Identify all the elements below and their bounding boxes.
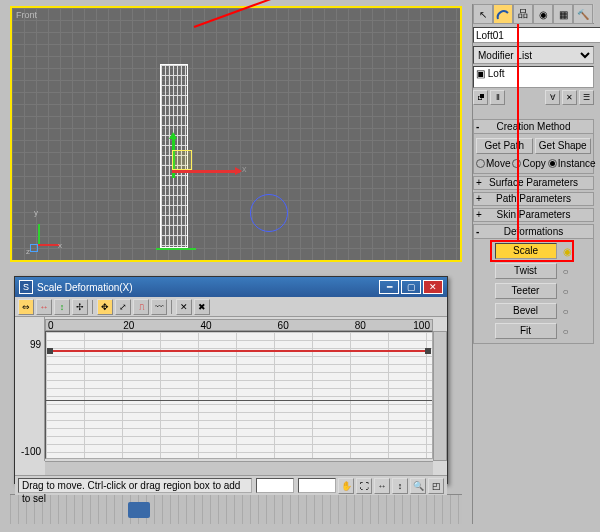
gizmo-x-label: x xyxy=(242,164,247,174)
skin-parameters-rollout[interactable]: +Skin Parameters xyxy=(473,208,594,222)
copy-radio[interactable] xyxy=(512,159,521,168)
hierarchy-tab-icon[interactable]: 品 xyxy=(513,4,533,24)
move-radio[interactable] xyxy=(476,159,485,168)
shape-circle-helper[interactable] xyxy=(250,194,288,232)
scale-window-title: Scale Deformation(X) xyxy=(37,282,133,293)
pan-graph-icon[interactable]: ✋ xyxy=(338,478,354,494)
x-axis-icon[interactable]: ↔ xyxy=(36,299,52,315)
display-tab-icon[interactable]: ▦ xyxy=(553,4,573,24)
graph-v-scrollbar[interactable] xyxy=(433,331,447,461)
path-parameters-rollout[interactable]: +Path Parameters xyxy=(473,192,594,206)
show-end-result-icon[interactable]: Ⅱ xyxy=(490,90,505,105)
gizmo-xy-plane[interactable] xyxy=(172,150,192,170)
zoom-region-icon[interactable]: ◰ xyxy=(428,478,444,494)
make-unique-icon[interactable]: ∀ xyxy=(545,90,560,105)
scale-window-icon: S xyxy=(19,280,33,294)
remove-modifier-icon[interactable]: ✕ xyxy=(562,90,577,105)
graph-x-ruler: 0 20 40 60 80 100 xyxy=(45,319,433,331)
deformations-rollout: -Deformations Scale Twist Teeter Bevel F… xyxy=(473,224,594,344)
point-x-field[interactable] xyxy=(256,478,294,493)
scale-enable-toggle[interactable] xyxy=(563,246,573,256)
point-y-field[interactable] xyxy=(298,478,336,493)
deformations-header[interactable]: -Deformations xyxy=(474,225,593,239)
xy-axis-icon[interactable]: ✢ xyxy=(72,299,88,315)
deformation-graph[interactable] xyxy=(45,331,433,459)
teeter-deform-button[interactable]: Teeter xyxy=(495,283,557,299)
viewport-label: Front xyxy=(16,10,37,20)
creation-method-header[interactable]: -Creation Method xyxy=(474,120,593,134)
command-panel-tabs: ↖ 品 ◉ ▦ 🔨 xyxy=(473,4,594,24)
surface-parameters-rollout[interactable]: +Surface Parameters xyxy=(473,176,594,190)
modifier-list-dropdown[interactable]: Modifier List xyxy=(473,46,594,64)
scale-window-titlebar[interactable]: S Scale Deformation(X) ━ ▢ ✕ xyxy=(15,277,447,297)
delete-point-icon[interactable]: ✕ xyxy=(176,299,192,315)
bevel-deform-button[interactable]: Bevel xyxy=(495,303,557,319)
maximize-button[interactable]: ▢ xyxy=(401,280,421,294)
symmetry-toggle-icon[interactable]: ⇔ xyxy=(18,299,34,315)
zoom-h-ext-icon[interactable]: ↔ xyxy=(374,478,390,494)
bevel-enable-toggle[interactable] xyxy=(563,306,573,316)
minimize-button[interactable]: ━ xyxy=(379,280,399,294)
deformation-graph-area: 0 20 40 60 80 100 99 -100 xyxy=(15,317,447,461)
status-text: Drag to move. Ctrl-click or drag region … xyxy=(18,478,252,493)
scale-deform-button[interactable]: Scale xyxy=(495,243,557,259)
teeter-enable-toggle[interactable] xyxy=(563,286,573,296)
motion-tab-icon[interactable]: ◉ xyxy=(533,4,553,24)
front-viewport[interactable]: Front x y x z xyxy=(10,6,462,262)
stack-item-loft[interactable]: ▣ Loft xyxy=(476,68,591,79)
create-tab-icon[interactable]: ↖ xyxy=(473,4,493,24)
y-axis-icon[interactable]: ↕ xyxy=(54,299,70,315)
pin-stack-icon[interactable]: ⮻ xyxy=(473,90,488,105)
get-shape-button[interactable]: Get Shape xyxy=(535,138,592,154)
graph-zero-axis xyxy=(46,400,432,401)
zoom-ext-icon[interactable]: ⛶ xyxy=(356,478,372,494)
utilities-tab-icon[interactable]: 🔨 xyxy=(573,4,593,24)
scale-window-statusbar: Drag to move. Ctrl-click or drag region … xyxy=(15,475,447,495)
twist-enable-toggle[interactable] xyxy=(563,266,573,276)
scale-point-icon[interactable]: ⤢ xyxy=(115,299,131,315)
get-path-button[interactable]: Get Path xyxy=(476,138,533,154)
modifier-stack[interactable]: ▣ Loft xyxy=(473,66,594,88)
object-name-field[interactable] xyxy=(473,27,600,43)
scale-window-toolbar: ⇔ ↔ ↕ ✢ ✥ ⤢ ⎍ 〰 ✕ ✖ xyxy=(15,297,447,317)
time-trackbar[interactable] xyxy=(10,494,462,524)
scale-curve[interactable] xyxy=(50,350,428,352)
zoom-v-ext-icon[interactable]: ↕ xyxy=(392,478,408,494)
configure-sets-icon[interactable]: ☰ xyxy=(579,90,594,105)
creation-method-rollout: -Creation Method Get Path Get Shape Move… xyxy=(473,119,594,174)
gizmo-x-axis[interactable] xyxy=(172,170,240,173)
close-button[interactable]: ✕ xyxy=(423,280,443,294)
viewport-axis-tripod: y x z xyxy=(36,216,66,246)
zoom-icon[interactable]: 🔍 xyxy=(410,478,426,494)
twist-deform-button[interactable]: Twist xyxy=(495,263,557,279)
move-point-icon[interactable]: ✥ xyxy=(97,299,113,315)
reset-curve-icon[interactable]: ✖ xyxy=(194,299,210,315)
fit-deform-button[interactable]: Fit xyxy=(495,323,557,339)
loft-base-marker xyxy=(156,248,196,250)
modify-tab-icon[interactable] xyxy=(493,4,513,24)
fit-enable-toggle[interactable] xyxy=(563,326,573,336)
time-slider[interactable] xyxy=(128,502,150,518)
instance-radio[interactable] xyxy=(548,159,557,168)
insert-bezier-icon[interactable]: 〰 xyxy=(151,299,167,315)
graph-h-scrollbar[interactable] xyxy=(45,461,433,475)
modifier-stack-toolbar: ⮻ Ⅱ ∀ ✕ ☰ xyxy=(473,90,594,105)
transform-gizmo[interactable]: x xyxy=(172,134,252,214)
graph-y-labels: 99 -100 xyxy=(15,317,45,461)
command-panel: ↖ 品 ◉ ▦ 🔨 Modifier List ▣ Loft ⮻ Ⅱ ∀ ✕ ☰… xyxy=(472,4,594,524)
insert-corner-icon[interactable]: ⎍ xyxy=(133,299,149,315)
scale-deformation-window[interactable]: S Scale Deformation(X) ━ ▢ ✕ ⇔ ↔ ↕ ✢ ✥ ⤢… xyxy=(14,276,448,484)
